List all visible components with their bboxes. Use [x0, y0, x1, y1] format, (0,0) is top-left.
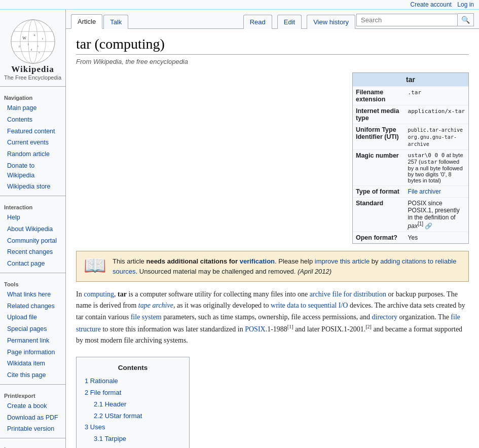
print-section-label: Print/export [0, 388, 65, 400]
sidebar-item-wikidata[interactable]: Wikidata item [0, 358, 65, 369]
tab-bar: Article Talk Read Edit View history 🔍 [66, 10, 479, 29]
sidebar-item-random-article[interactable]: Random article [0, 148, 65, 160]
wikipedia-logo: W i k i p e d ia [10, 19, 56, 64]
article-title: tar (computing) [76, 36, 469, 55]
toc-item-3-2[interactable]: 3.2 Software distribution [85, 445, 181, 448]
tab-read[interactable]: Read [243, 15, 272, 29]
computing-link[interactable]: computing [84, 290, 114, 298]
infobox-label-uti: Uniform Type Identifier (UTI) [353, 124, 405, 150]
tab-edit[interactable]: Edit [277, 15, 302, 29]
posix-link[interactable]: POSIX [245, 325, 265, 333]
file-archiver-link[interactable]: File archiver [408, 188, 441, 195]
toc-item-2-1[interactable]: 2.1 Header [85, 399, 181, 410]
infobox-title: tar [353, 73, 468, 86]
directory-link[interactable]: directory [372, 313, 398, 321]
search-button[interactable]: 🔍 [458, 13, 474, 26]
sidebar-item-page-information[interactable]: Page information [0, 347, 65, 358]
sidebar-item-about[interactable]: About Wikipedia [0, 223, 65, 235]
log-in-link[interactable]: Log in [457, 1, 474, 8]
infobox-row-standard: Standard POSIX since POSIX.1, presently … [353, 198, 468, 232]
infobox-label-standard: Standard [353, 198, 405, 232]
site-name: Wikipedia [3, 64, 63, 74]
sidebar-item-featured-content[interactable]: Featured content [0, 126, 65, 137]
sidebar-item-printable[interactable]: Printable version [0, 423, 65, 435]
tab-talk[interactable]: Talk [103, 15, 128, 29]
infobox-value-magic: ustar\0 0 0 at byte 257 (ustar followed … [405, 150, 468, 186]
infobox-label-media-type: Internet media type [353, 105, 405, 124]
tab-article[interactable]: Article [71, 14, 102, 29]
io-link[interactable]: I/O [339, 302, 348, 309]
top-bar: Create account Log in [0, 0, 479, 10]
infobox-label-type: Type of format [353, 186, 405, 198]
toc-item-3-1[interactable]: 3.1 Tarpipe [85, 434, 181, 444]
infobox-label-open: Open format? [353, 232, 405, 244]
tape-archive-link[interactable]: tape archive [138, 302, 173, 309]
infobox-value-media-type: application/x-tar [405, 105, 468, 124]
article-body: In computing, tar is a computer software… [76, 289, 469, 448]
infobox-label-filename: Filename extension [353, 87, 405, 105]
sidebar-item-download-pdf[interactable]: Download as PDF [0, 412, 65, 424]
sidebar-item-main-page[interactable]: Main page [0, 102, 65, 114]
infobox-row-media-type: Internet media type application/x-tar [353, 105, 468, 124]
infobox-value-open: Yes [405, 232, 468, 244]
sidebar-item-recent-changes[interactable]: Recent changes [0, 246, 65, 258]
toc-item-1[interactable]: 1 Rationale [85, 376, 181, 387]
svg-text:W: W [22, 36, 26, 41]
infobox-row-magic: Magic number ustar\0 0 0 at byte 257 (us… [353, 150, 468, 186]
infobox-row-open: Open format? Yes [353, 232, 468, 244]
logo-area: W i k i p e d ia Wikipedia The Free Ency… [0, 14, 65, 83]
toc-item-2-2[interactable]: 2.2 UStar format [85, 411, 181, 422]
archive-file-link[interactable]: archive file for distribution [310, 290, 386, 298]
infobox-label-magic: Magic number [353, 150, 405, 186]
infobox-row-type: Type of format File archiver [353, 186, 468, 198]
sidebar-item-contact[interactable]: Contact page [0, 258, 65, 270]
sidebar-item-contents[interactable]: Contents [0, 114, 65, 126]
sidebar-item-related-changes[interactable]: Related changes [0, 301, 65, 312]
infobox-value-standard: POSIX since POSIX.1, presently in the de… [405, 198, 468, 232]
notice-icon: 📖 [84, 256, 106, 275]
svg-text:d: d [30, 48, 32, 51]
tab-view-history[interactable]: View history [307, 15, 355, 29]
svg-text:p: p [19, 45, 20, 48]
site-tagline: The Free Encyclopedia [3, 74, 63, 81]
infobox-value-uti: public.tar-archiveorg.gnu.gnu-tar-archiv… [405, 124, 468, 150]
sidebar-item-donate[interactable]: Donate to Wikipedia [0, 160, 65, 181]
interaction-section-label: Interaction [0, 199, 65, 212]
verification-link[interactable]: verification [240, 257, 275, 265]
svg-text:i: i [28, 42, 29, 46]
sidebar-item-permanent-link[interactable]: Permanent link [0, 335, 65, 347]
sidebar-item-community-portal[interactable]: Community portal [0, 235, 65, 247]
tools-section-label: Tools [0, 276, 65, 289]
svg-text:ia: ia [38, 51, 40, 54]
sidebar-item-store[interactable]: Wikipedia store [0, 181, 65, 193]
sidebar-item-cite[interactable]: Cite this page [0, 369, 65, 381]
improve-article-link[interactable]: improve this article [315, 257, 370, 265]
write-data-link[interactable]: write data to sequential [271, 302, 337, 309]
article: tar (computing) From Wikipedia, the free… [66, 29, 479, 448]
search-input[interactable] [356, 14, 458, 26]
toc-item-3[interactable]: 3 Uses [85, 422, 181, 433]
create-account-link[interactable]: Create account [411, 1, 452, 8]
intro-paragraph: In computing, tar is a computer software… [76, 289, 469, 347]
languages-section-label: Languages [0, 441, 65, 448]
infobox-row-uti: Uniform Type Identifier (UTI) public.tar… [353, 124, 468, 150]
notice-box: 📖 This article needs additional citation… [76, 251, 469, 282]
sidebar-item-what-links-here[interactable]: What links here [0, 289, 65, 301]
infobox-table: Filename extension .tar Internet media t… [353, 86, 468, 243]
sidebar-item-current-events[interactable]: Current events [0, 137, 65, 148]
search-bar: 🔍 [356, 13, 474, 28]
table-of-contents: Contents 1 Rationale 2 File format 2.1 H… [76, 357, 190, 448]
sidebar-item-upload-file[interactable]: Upload file [0, 312, 65, 323]
toc-title: Contents [85, 362, 181, 374]
toc-item-2[interactable]: 2 File format [85, 388, 181, 398]
sidebar-item-create-book[interactable]: Create a book [0, 400, 65, 412]
article-subtitle: From Wikipedia, the free encyclopedia [76, 58, 469, 65]
sidebar-item-special-pages[interactable]: Special pages [0, 323, 65, 335]
main-content: Article Talk Read Edit View history 🔍 ta… [66, 10, 479, 448]
file-system-link[interactable]: file system [131, 313, 162, 321]
notice-text: This article needs additional citations … [113, 256, 461, 276]
sidebar: W i k i p e d ia Wikipedia The Free Ency… [0, 10, 66, 448]
sidebar-item-help[interactable]: Help [0, 212, 65, 223]
infobox: tar Filename extension .tar Internet med… [352, 72, 469, 244]
svg-text:i: i [38, 44, 39, 48]
